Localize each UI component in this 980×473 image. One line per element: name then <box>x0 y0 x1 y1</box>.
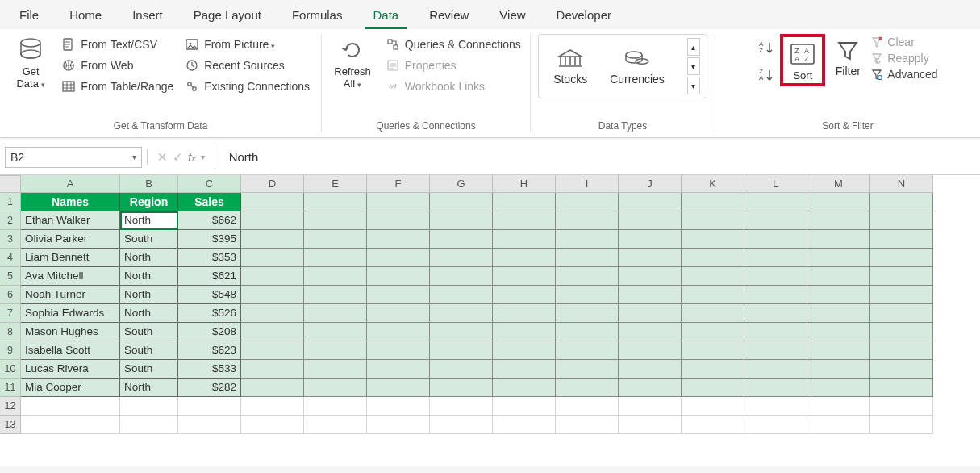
cell[interactable] <box>493 286 556 304</box>
cell[interactable] <box>556 416 619 434</box>
column-header[interactable]: F <box>367 175 430 193</box>
cell[interactable]: North <box>120 379 178 397</box>
cell[interactable] <box>241 397 304 416</box>
cell[interactable] <box>619 323 682 341</box>
cell[interactable] <box>367 379 430 397</box>
cell[interactable] <box>556 360 619 379</box>
cell[interactable] <box>304 341 367 360</box>
column-header[interactable]: J <box>619 175 682 193</box>
cell[interactable] <box>682 267 744 286</box>
cell[interactable] <box>807 397 870 416</box>
cell[interactable] <box>556 230 619 249</box>
tab-file[interactable]: File <box>11 5 47 29</box>
cell[interactable]: Liam Bennett <box>21 249 120 267</box>
cell[interactable] <box>367 230 430 249</box>
cell[interactable] <box>807 379 870 397</box>
from-text-csv-button[interactable]: From Text/CSV <box>60 36 175 53</box>
cell[interactable] <box>619 249 682 267</box>
cell[interactable] <box>744 360 807 379</box>
cell[interactable] <box>619 304 682 323</box>
from-web-button[interactable]: From Web <box>60 57 175 74</box>
cell[interactable] <box>744 267 807 286</box>
row-header[interactable]: 7 <box>0 304 21 323</box>
cell[interactable]: $353 <box>178 249 241 267</box>
fx-icon[interactable]: fx <box>188 150 196 164</box>
cell[interactable] <box>493 379 556 397</box>
cell[interactable] <box>367 341 430 360</box>
cell[interactable] <box>493 249 556 267</box>
table-header-cell[interactable]: Sales <box>178 193 241 211</box>
cell[interactable]: $621 <box>178 267 241 286</box>
cell[interactable] <box>241 286 304 304</box>
cell[interactable]: $282 <box>178 379 241 397</box>
cell[interactable] <box>178 416 241 434</box>
cell[interactable] <box>870 267 933 286</box>
cell[interactable] <box>870 286 933 304</box>
cell[interactable]: South <box>120 341 178 360</box>
cell[interactable]: $548 <box>178 286 241 304</box>
cell[interactable]: $623 <box>178 341 241 360</box>
row-header[interactable]: 1 <box>0 193 21 211</box>
from-table-range-button[interactable]: From Table/Range <box>60 77 175 95</box>
table-header-cell[interactable]: Names <box>21 193 120 211</box>
cell[interactable] <box>807 286 870 304</box>
cell[interactable] <box>241 304 304 323</box>
cell[interactable] <box>304 304 367 323</box>
cell[interactable] <box>367 416 430 434</box>
cell[interactable] <box>556 323 619 341</box>
cell[interactable] <box>682 249 744 267</box>
cell[interactable] <box>807 416 870 434</box>
cell[interactable] <box>430 230 493 249</box>
cell[interactable] <box>744 230 807 249</box>
cell[interactable] <box>682 379 744 397</box>
cell[interactable]: Lucas Rivera <box>21 360 120 379</box>
row-header[interactable]: 6 <box>0 286 21 304</box>
cell[interactable]: Sophia Edwards <box>21 304 120 323</box>
cell[interactable] <box>807 323 870 341</box>
tab-data[interactable]: Data <box>365 5 407 29</box>
cell[interactable] <box>241 211 304 230</box>
table-header-cell[interactable]: Region <box>120 193 178 211</box>
select-all-corner[interactable] <box>0 175 21 193</box>
cell[interactable] <box>807 249 870 267</box>
column-header[interactable]: D <box>241 175 304 193</box>
cell[interactable] <box>430 267 493 286</box>
cell[interactable] <box>556 267 619 286</box>
cell[interactable] <box>556 379 619 397</box>
tab-formulas[interactable]: Formulas <box>284 5 351 29</box>
cell[interactable] <box>304 323 367 341</box>
cell[interactable] <box>493 193 556 211</box>
row-header[interactable]: 10 <box>0 360 21 379</box>
chevron-down-icon[interactable]: ▾ <box>132 153 136 161</box>
cell[interactable] <box>493 211 556 230</box>
cell[interactable] <box>367 304 430 323</box>
row-header[interactable]: 13 <box>0 416 21 434</box>
cell[interactable] <box>304 286 367 304</box>
currencies-button[interactable]: Currencies <box>610 47 665 86</box>
cell[interactable]: $208 <box>178 323 241 341</box>
cell[interactable]: North <box>120 211 178 230</box>
cell[interactable] <box>556 211 619 230</box>
cell[interactable] <box>21 416 120 434</box>
enter-formula-icon[interactable]: ✓ <box>173 150 183 165</box>
cell[interactable] <box>807 360 870 379</box>
cell[interactable]: North <box>120 304 178 323</box>
cell[interactable] <box>619 267 682 286</box>
column-header[interactable]: M <box>807 175 870 193</box>
cell[interactable] <box>744 379 807 397</box>
cell[interactable] <box>493 360 556 379</box>
row-header[interactable]: 2 <box>0 211 21 230</box>
cell[interactable]: South <box>120 323 178 341</box>
column-header[interactable]: I <box>556 175 619 193</box>
cell[interactable] <box>367 193 430 211</box>
cell[interactable] <box>744 341 807 360</box>
cell[interactable] <box>304 230 367 249</box>
cell[interactable] <box>744 416 807 434</box>
cell[interactable] <box>241 230 304 249</box>
cell[interactable] <box>682 230 744 249</box>
cell[interactable]: North <box>120 267 178 286</box>
column-header[interactable]: C <box>178 175 241 193</box>
cell[interactable] <box>556 341 619 360</box>
cell[interactable] <box>493 416 556 434</box>
cell[interactable]: $395 <box>178 230 241 249</box>
